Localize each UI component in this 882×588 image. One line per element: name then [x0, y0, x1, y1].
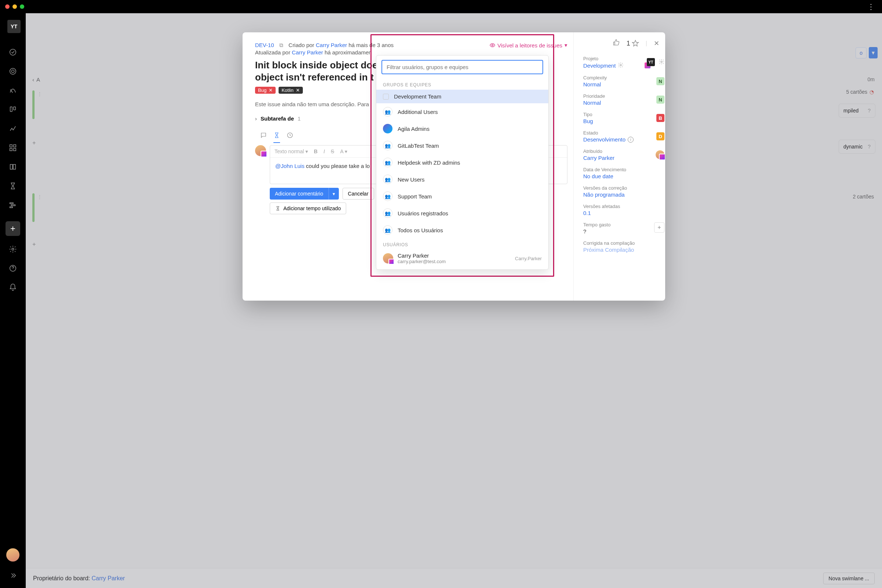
group-option[interactable]: 👥New Users — [376, 171, 548, 188]
mention[interactable]: @John Luis — [275, 163, 304, 169]
prop-label: Tempo gasto — [583, 222, 610, 228]
modal-overlay[interactable]: DEV-10 ⧉ Criado por Carry Parker há mais… — [26, 13, 882, 588]
nav-timesheets-icon[interactable] — [6, 178, 20, 193]
add-time-icon[interactable]: + — [654, 222, 664, 232]
user-avatar-icon — [383, 253, 393, 264]
group-icon: 👥 — [383, 107, 393, 117]
prop-label: Atribuído — [583, 148, 615, 154]
tag-bug[interactable]: Bug✕ — [255, 87, 276, 94]
nav-gantt-icon[interactable] — [6, 198, 20, 212]
nav-projects-icon[interactable] — [6, 140, 20, 155]
svg-rect-9 — [10, 203, 13, 204]
group-option[interactable]: 👥Additional Users — [376, 103, 548, 120]
user-option[interactable]: Carry Parker carry.parker@test.com Carry… — [376, 249, 548, 267]
nav-dashboard-icon[interactable] — [6, 64, 20, 79]
complexity-badge: N — [656, 77, 664, 85]
group-icon: 👥 — [383, 225, 393, 235]
add-comment-caret[interactable]: ▾ — [328, 188, 339, 200]
group-option[interactable]: 👥Usuários registrados — [376, 205, 548, 222]
add-comment-button[interactable]: Adicionar comentário — [270, 188, 328, 200]
copy-icon[interactable]: ⧉ — [279, 42, 284, 48]
tab-comments-icon[interactable] — [260, 132, 267, 143]
info-icon[interactable]: i — [628, 137, 634, 142]
nav-knowledge-icon[interactable] — [6, 159, 20, 174]
prop-label: Estado — [583, 130, 634, 136]
thumbs-up-icon[interactable] — [613, 39, 620, 48]
nav-checklist-icon[interactable] — [6, 45, 20, 60]
author-link[interactable]: Carry Parker — [316, 42, 347, 48]
group-option[interactable]: Development Team — [376, 90, 548, 103]
team-avatar-icon — [383, 124, 393, 134]
due-date-selector[interactable]: No due date — [583, 173, 664, 179]
svg-point-2 — [11, 70, 14, 72]
filter-input[interactable] — [381, 60, 543, 74]
group-option[interactable]: 👥Helpdesk with ZD admins — [376, 154, 548, 171]
checkbox-icon[interactable] — [383, 94, 389, 100]
strike-button[interactable]: S — [331, 148, 334, 154]
nav-reports-icon[interactable] — [6, 121, 20, 136]
project-selector[interactable]: Development — [583, 62, 624, 69]
fixed-in-selector[interactable]: Próxima Compilação — [583, 247, 664, 253]
svg-rect-6 — [14, 145, 16, 147]
tab-worklog-icon[interactable] — [273, 132, 280, 143]
close-button[interactable]: ✕ — [654, 39, 659, 47]
svg-rect-8 — [14, 148, 16, 151]
prop-label: Data de Vencimento — [583, 167, 664, 172]
group-icon: 👥 — [383, 175, 393, 184]
user-avatar[interactable] — [6, 548, 20, 561]
settings-icon[interactable] — [6, 242, 20, 256]
comment-author-avatar — [255, 145, 266, 156]
tab-history-icon[interactable] — [286, 132, 293, 143]
traffic-zoom-icon[interactable] — [20, 4, 24, 9]
prop-label: Prioridade — [583, 93, 605, 99]
svg-point-17 — [661, 61, 662, 63]
nav-activity-icon[interactable] — [6, 83, 20, 98]
app-logo[interactable]: YT — [5, 20, 21, 35]
updater-link[interactable]: Carry Parker — [292, 49, 323, 56]
group-option[interactable]: 👥Todos os Usuários — [376, 222, 548, 238]
main-area: ‹A o▾ 0m ⋮⋮ 5 cartões◔ mpiled? dynamic? … — [26, 13, 882, 588]
add-time-button[interactable]: Adicionar tempo utilizado — [270, 202, 346, 214]
collapse-sidebar-icon[interactable] — [6, 568, 20, 583]
nav-boards-icon[interactable] — [6, 102, 20, 117]
svg-rect-11 — [10, 207, 12, 208]
state-selector[interactable]: Desenvolvimentoi — [583, 136, 634, 142]
traffic-minimize-icon[interactable] — [12, 4, 17, 9]
user-email: carry.parker@test.com — [398, 259, 446, 264]
traffic-close-icon[interactable] — [5, 4, 9, 9]
prop-label: Projeto — [583, 56, 624, 62]
window-menu-icon[interactable]: ⋮ — [865, 2, 877, 11]
prop-label: Corrigida na compilação — [583, 240, 664, 246]
color-button[interactable]: A ▾ — [340, 148, 347, 154]
bold-button[interactable]: B — [314, 148, 318, 154]
cancel-button[interactable]: Cancelar — [342, 188, 374, 200]
star-count[interactable]: 1 — [627, 40, 639, 47]
group-option[interactable]: 👥Support Team — [376, 188, 548, 205]
issue-properties-panel: 1 | ✕ Projeto Development YT — [573, 32, 665, 301]
prop-label: Versões da correção — [583, 185, 664, 191]
priority-selector[interactable]: Normal — [583, 100, 605, 106]
assignee-avatar — [656, 150, 664, 159]
group-icon: 👥 — [383, 158, 393, 167]
assignee-selector[interactable]: Carry Parker — [583, 155, 615, 161]
italic-button[interactable]: I — [323, 148, 325, 154]
svg-rect-10 — [11, 205, 15, 206]
group-option[interactable]: 👥GitLabTest Team — [376, 137, 548, 154]
type-selector[interactable]: Bug — [583, 118, 593, 124]
notifications-icon[interactable] — [6, 280, 20, 295]
user-name: Carry Parker — [398, 252, 446, 259]
help-icon[interactable] — [6, 261, 20, 276]
create-button[interactable]: + — [6, 221, 20, 236]
time-spent-value[interactable]: ? — [583, 228, 610, 234]
group-option[interactable]: Agila Admins — [376, 120, 548, 137]
complexity-selector[interactable]: Normal — [583, 81, 607, 87]
affected-version-selector[interactable]: 0.1 — [583, 210, 664, 216]
gear-icon — [618, 62, 624, 69]
fix-version-selector[interactable]: Não programada — [583, 192, 664, 198]
tag-kotlin[interactable]: Kotlin✕ — [279, 87, 303, 94]
project-logo-icon: YT — [646, 58, 655, 67]
mac-titlebar: ⋮ — [0, 0, 882, 13]
issue-id-link[interactable]: DEV-10 — [255, 42, 274, 48]
panel-gear-icon[interactable] — [658, 59, 664, 66]
style-select[interactable]: Texto normal ▾ — [274, 148, 308, 154]
